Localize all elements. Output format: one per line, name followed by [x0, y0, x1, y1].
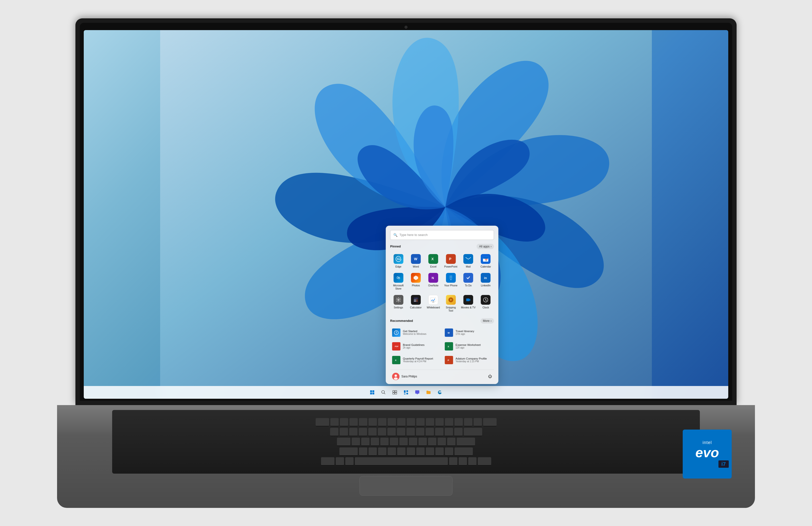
expense-icon: X — [445, 342, 453, 351]
rec-adatum[interactable]: P Adatum Company Profile Yesterday at 1:… — [443, 354, 494, 366]
rec-get-started[interactable]: Get Started Welcome to Windows — [390, 326, 441, 339]
svg-rect-29 — [417, 301, 417, 302]
rec-brand-text: Brand Guidelines 2h ago — [403, 344, 424, 349]
app-linkedin[interactable]: in LinkedIn — [478, 271, 494, 292]
rec-payroll[interactable]: X Quarterly Payroll Report Yesterday at … — [390, 354, 441, 366]
search-icon: 🔍 — [393, 233, 397, 237]
app-powerpoint[interactable]: P PowerPoint — [443, 252, 459, 270]
svg-text:X: X — [395, 359, 396, 361]
app-calculator[interactable]: Calculator — [408, 293, 424, 314]
app-store[interactable]: 🛍 Microsoft Store — [390, 271, 406, 292]
app-settings[interactable]: Settings — [390, 293, 406, 314]
rec-brand-guidelines[interactable]: PDF Brand Guidelines 2h ago — [390, 340, 441, 352]
user-name: Sara Philips — [401, 375, 417, 378]
laptop-lid: 🔍 Type here to search Pinned All apps › — [75, 18, 737, 405]
word-label: Word — [413, 265, 419, 268]
app-snipping[interactable]: Snipping Tool — [443, 293, 459, 314]
mail-label: Mail — [466, 265, 470, 268]
movies-label: Movies & TV — [461, 306, 476, 309]
rec-expense-time: 12h ago — [455, 346, 481, 349]
all-apps-button[interactable]: All apps › — [477, 244, 494, 249]
onenote-icon: N — [429, 273, 438, 283]
svg-point-46 — [394, 377, 398, 380]
svg-text:N: N — [432, 276, 434, 280]
powerpoint-label: PowerPoint — [444, 265, 458, 268]
calendar-icon: 📅 — [481, 254, 491, 264]
rec-adatum-name: Adatum Company Profile — [455, 357, 487, 360]
app-word[interactable]: W Word — [408, 252, 424, 270]
rec-travel-text: Travel Itinerary 17m ago — [455, 330, 474, 335]
whiteboard-label: Whiteboard — [427, 306, 440, 309]
app-onenote[interactable]: N OneNote — [425, 271, 441, 292]
mail-icon — [463, 254, 473, 264]
recommended-label: Recommended — [390, 319, 413, 323]
todo-label: To Do — [465, 284, 472, 287]
taskbar — [84, 386, 728, 399]
app-todo[interactable]: To Do — [460, 271, 477, 292]
app-movies[interactable]: Movies & TV — [460, 293, 477, 314]
power-icon: ⏻ — [488, 374, 492, 379]
rec-expense[interactable]: X Expense Worksheet 12h ago — [443, 340, 494, 352]
rec-expense-name: Expense Worksheet — [455, 344, 481, 346]
webcam-bar — [84, 26, 728, 29]
taskbar-widgets[interactable] — [402, 388, 410, 397]
app-whiteboard[interactable]: Whiteboard — [425, 293, 441, 314]
svg-text:P: P — [448, 359, 449, 361]
more-arrow: › — [491, 319, 491, 323]
rec-adatum-text: Adatum Company Profile Yesterday at 1:15… — [455, 357, 487, 363]
app-yourphone[interactable]: Your Phone — [443, 271, 459, 292]
svg-rect-52 — [393, 390, 395, 392]
more-label: More — [483, 319, 490, 323]
taskbar-windows[interactable] — [368, 388, 377, 397]
rec-get-started-subtitle: Welcome to Windows — [403, 333, 426, 335]
rec-payroll-text: Quarterly Payroll Report Yesterday at 4:… — [403, 357, 433, 363]
webcam — [405, 26, 407, 29]
all-apps-label: All apps — [479, 245, 490, 248]
more-button[interactable]: More › — [480, 318, 494, 324]
taskbar-edge[interactable] — [435, 388, 444, 397]
svg-rect-50 — [373, 392, 374, 394]
app-clock[interactable]: Clock — [478, 293, 494, 314]
app-calendar[interactable]: 📅 Calendar — [478, 252, 494, 270]
svg-point-21 — [398, 299, 399, 301]
svg-rect-54 — [393, 392, 395, 394]
search-bar[interactable]: 🔍 Type here to search — [390, 230, 494, 240]
rec-payroll-name: Quarterly Payroll Report — [403, 357, 433, 360]
svg-text:X: X — [448, 345, 449, 348]
intel-evo-badge: intel evo i7 — [683, 429, 732, 479]
brand-icon: PDF — [392, 342, 400, 351]
svg-text:🛍: 🛍 — [396, 276, 400, 280]
svg-rect-28 — [415, 301, 416, 302]
recommended-grid: Get Started Welcome to Windows W — [390, 326, 494, 366]
rec-adatum-time: Yesterday at 1:15 PM — [455, 360, 487, 363]
pinned-section-header: Pinned All apps › — [390, 244, 494, 249]
screen-bezel: 🔍 Type here to search Pinned All apps › — [80, 23, 732, 401]
user-avatar — [392, 373, 400, 380]
snipping-icon — [446, 295, 456, 305]
intel-label: intel — [702, 440, 712, 445]
svg-rect-57 — [406, 390, 408, 392]
svg-point-45 — [394, 375, 397, 377]
rec-travel-name: Travel Itinerary — [455, 330, 474, 333]
svg-text:P: P — [449, 257, 451, 261]
excel-icon: X — [429, 254, 438, 264]
taskbar-search[interactable] — [379, 388, 388, 397]
app-excel[interactable]: X Excel — [425, 252, 441, 270]
app-mail[interactable]: Mail — [460, 252, 477, 270]
user-profile[interactable]: Sara Philips — [390, 372, 419, 381]
power-button[interactable]: ⏻ — [486, 372, 494, 380]
movies-icon — [463, 295, 473, 305]
app-photos[interactable]: Photos — [408, 271, 424, 292]
todo-icon — [463, 273, 473, 283]
rec-travel-itinerary[interactable]: W Travel Itinerary 17m ago — [443, 326, 494, 339]
taskbar-explorer[interactable] — [424, 388, 433, 397]
taskbar-taskview[interactable] — [390, 388, 399, 397]
calendar-label: Calendar — [480, 265, 491, 268]
taskbar-chat[interactable] — [413, 388, 422, 397]
svg-text:PDF: PDF — [395, 345, 398, 348]
onenote-label: OneNote — [428, 284, 438, 287]
svg-text:W: W — [414, 257, 418, 261]
touchpad[interactable] — [360, 476, 452, 496]
svg-rect-55 — [395, 392, 397, 394]
app-edge[interactable]: Edge — [390, 252, 406, 270]
